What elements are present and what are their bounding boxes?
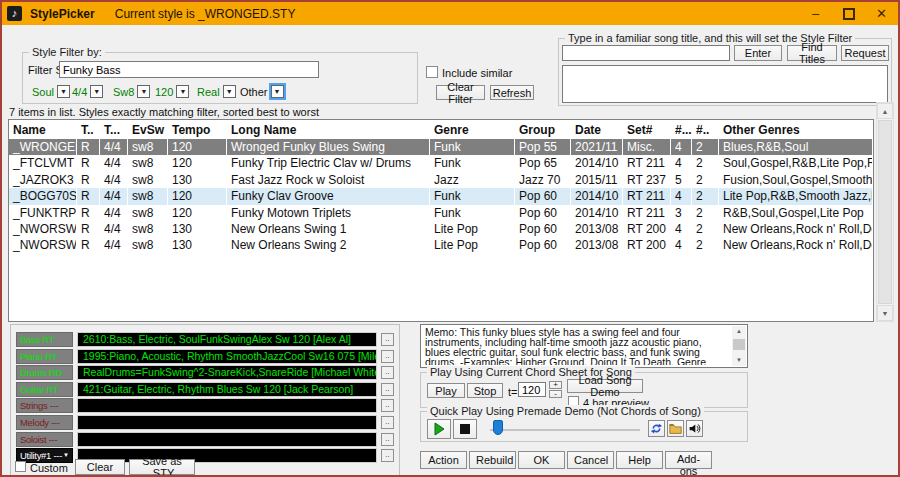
track-label[interactable]: Soloist --- xyxy=(16,432,73,447)
titlebar[interactable]: ♪ StylePicker Current style is _WRONGED.… xyxy=(2,2,898,25)
track-style-field[interactable]: 421:Guitar, Electric, Rhythm Blues Sw 12… xyxy=(77,382,377,397)
column-header[interactable]: #.. xyxy=(692,123,719,137)
memo-scrollbar[interactable]: ▲ ▼ xyxy=(732,326,746,366)
track-label[interactable]: Piano RT xyxy=(16,349,73,364)
column-header[interactable]: Date xyxy=(571,123,623,137)
column-header[interactable]: Group xyxy=(515,123,571,137)
track-style-field[interactable] xyxy=(77,398,377,413)
save-as-sty-button[interactable]: Save as .STY xyxy=(129,459,195,475)
help-button[interactable]: Help xyxy=(616,451,663,469)
filter-tempo-value[interactable]: 120 xyxy=(155,86,173,98)
filter-dropdown-row: Soul▼4/4▼Sw8▼120▼Real▼Other▼ xyxy=(2,85,422,99)
column-header[interactable]: Other Genres xyxy=(719,123,873,137)
filter-type-dropdown-button[interactable]: ▼ xyxy=(223,85,236,98)
include-similar-checkbox[interactable] xyxy=(426,66,438,78)
track-more-button[interactable]: .. xyxy=(381,333,394,346)
maximize-button[interactable] xyxy=(832,2,865,25)
column-header[interactable]: Name xyxy=(9,123,77,137)
action-button[interactable]: Action xyxy=(420,451,467,469)
demo-stop-button[interactable] xyxy=(453,419,477,439)
column-header[interactable]: EvSw xyxy=(128,123,168,137)
column-header[interactable]: Set# xyxy=(623,123,671,137)
close-button[interactable]: ✕ xyxy=(865,2,898,25)
column-header[interactable]: #... xyxy=(671,123,692,137)
style-row-_BOGG70S[interactable]: _BOGG70SR4/4sw8120Funky Clav GrooveFunkP… xyxy=(9,188,873,204)
style-row-_FTCLVMT[interactable]: _FTCLVMTR4/4sw8120Funky Trip Electric Cl… xyxy=(9,155,873,171)
scrollbar-thumb[interactable] xyxy=(878,120,892,304)
filter-other-dropdown-button[interactable]: ▼ xyxy=(271,85,284,98)
play-button[interactable]: Play xyxy=(427,383,465,398)
style-row-_FUNKTRP[interactable]: _FUNKTRPR4/4sw8120Funky Motown TripletsF… xyxy=(9,205,873,221)
style-row-_JAZROK3[interactable]: _JAZROK3R4/4sw8130Fast Jazz Rock w Soloi… xyxy=(9,172,873,188)
table-cell: 120 xyxy=(168,155,227,171)
column-header[interactable]: Tempo xyxy=(168,123,227,137)
filter-genre-dropdown-button[interactable]: ▼ xyxy=(57,85,70,98)
track-more-button[interactable]: .. xyxy=(381,416,394,429)
track-label[interactable]: Strings --- xyxy=(16,398,73,413)
custom-checkbox[interactable] xyxy=(15,461,26,472)
scrollbar-thumb[interactable] xyxy=(733,339,745,350)
filter-genre-value[interactable]: Soul xyxy=(32,86,54,98)
track-label[interactable]: Melody --- xyxy=(16,415,73,430)
track-label[interactable]: Bass RT xyxy=(16,332,73,347)
filter-type-value[interactable]: Real xyxy=(197,86,220,98)
ok-button[interactable]: OK xyxy=(518,451,565,469)
style-row-_NWORSW2[interactable]: _NWORSW2R4/4sw8130New Orleans Swing 1Lit… xyxy=(9,221,873,237)
demo-position-slider[interactable] xyxy=(490,429,640,431)
style-row-_NWORSWP[interactable]: _NWORSWPR4/4sw8130New Orleans Swing 2Lit… xyxy=(9,237,873,253)
tempo-input[interactable] xyxy=(518,382,546,397)
track-label[interactable]: Guitar RT xyxy=(16,382,73,397)
table-scrollbar[interactable]: ▲ ▼ xyxy=(876,102,894,322)
clear-button[interactable]: Clear xyxy=(75,459,125,475)
track-style-field[interactable]: 2610:Bass, Electric, SoulFunkSwingAlex S… xyxy=(77,332,377,347)
refresh-button[interactable]: Refresh xyxy=(490,85,534,100)
stop-button[interactable]: Stop xyxy=(467,383,503,398)
slider-thumb[interactable] xyxy=(493,420,503,435)
track-style-field[interactable] xyxy=(77,432,377,447)
find-titles-button[interactable]: Find Titles xyxy=(787,45,837,61)
scroll-up-icon[interactable]: ▲ xyxy=(877,103,893,119)
track-label[interactable]: Drums RD xyxy=(16,365,73,380)
track-more-button[interactable]: .. xyxy=(381,449,394,462)
column-header[interactable]: T.. xyxy=(77,123,100,137)
track-more-button[interactable]: .. xyxy=(381,350,394,363)
demo-play-button[interactable] xyxy=(427,419,451,439)
track-more-button[interactable]: .. xyxy=(381,433,394,446)
open-folder-button[interactable] xyxy=(667,420,684,437)
clear-filter-button[interactable]: Clear Filter xyxy=(436,85,485,100)
enter-button[interactable]: Enter xyxy=(734,45,782,61)
add-ons-button[interactable]: Add-ons xyxy=(665,451,712,469)
scroll-down-icon[interactable]: ▼ xyxy=(877,305,893,321)
loop-button[interactable] xyxy=(648,420,665,437)
request-button[interactable]: Request xyxy=(841,45,889,61)
track-more-button[interactable]: .. xyxy=(381,383,394,396)
track-style-field[interactable]: 1995:Piano, Acoustic, Rhythm SmoothJazzC… xyxy=(77,349,377,364)
filter-other-value[interactable]: Other xyxy=(240,86,268,98)
scroll-down-icon[interactable]: ▼ xyxy=(732,355,746,366)
column-header[interactable]: Genre xyxy=(430,123,515,137)
filter-string-input[interactable] xyxy=(59,61,319,78)
filter-timesig-value[interactable]: 4/4 xyxy=(72,86,87,98)
table-cell: RT 200 xyxy=(623,237,671,253)
filter-feel-dropdown-button[interactable]: ▼ xyxy=(137,85,150,98)
song-title-results-list[interactable] xyxy=(562,65,888,103)
minimize-button[interactable]: – xyxy=(799,2,832,25)
filter-feel-value[interactable]: Sw8 xyxy=(113,86,134,98)
volume-button[interactable] xyxy=(686,420,703,437)
track-style-field[interactable]: RealDrums=FunkSwing^2-SnareKick,SnareRid… xyxy=(77,365,377,380)
track-style-field[interactable] xyxy=(77,415,377,430)
rebuild-button[interactable]: Rebuild xyxy=(469,451,516,469)
column-header[interactable]: T... xyxy=(100,123,128,137)
tempo-down-button[interactable]: - xyxy=(549,390,562,398)
load-song-demo-button[interactable]: Load Song Demo xyxy=(567,379,643,393)
track-more-button[interactable]: .. xyxy=(381,399,394,412)
track-more-button[interactable]: .. xyxy=(381,366,394,379)
filter-tempo-dropdown-button[interactable]: ▼ xyxy=(176,85,189,98)
column-header[interactable]: Long Name xyxy=(227,123,430,137)
scroll-up-icon[interactable]: ▲ xyxy=(732,326,746,337)
style-row-_WRONGED[interactable]: _WRONGEDR4/4sw8120Wronged Funky Blues Sw… xyxy=(9,139,873,155)
song-title-input[interactable] xyxy=(562,45,730,61)
tempo-up-button[interactable]: + xyxy=(549,381,562,389)
cancel-button[interactable]: Cancel xyxy=(567,451,614,469)
filter-timesig-dropdown-button[interactable]: ▼ xyxy=(90,85,103,98)
